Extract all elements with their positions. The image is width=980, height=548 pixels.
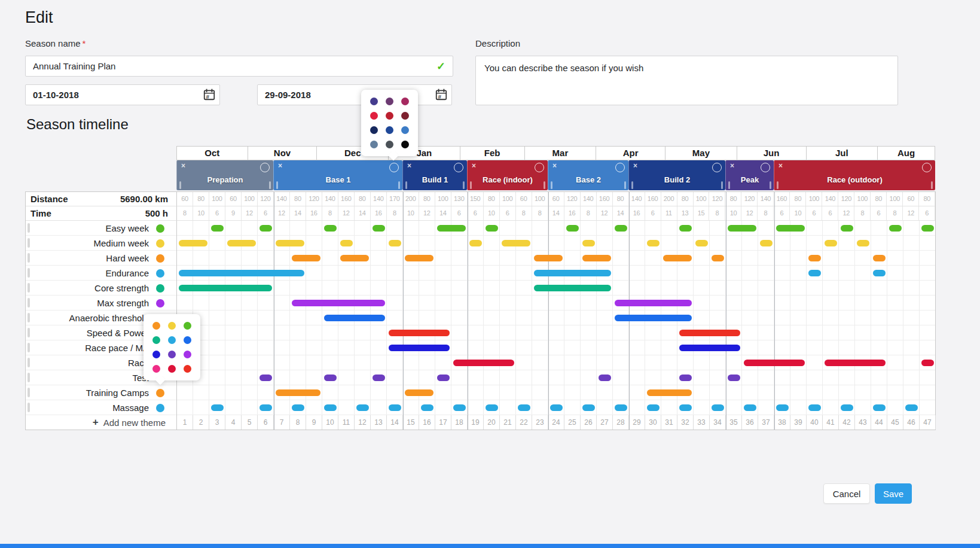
- theme-bar-pill[interactable]: [502, 240, 530, 246]
- theme-bar-pill[interactable]: [744, 404, 756, 411]
- phase-resize-handle[interactable]: [631, 181, 633, 189]
- theme-bar-pill[interactable]: [921, 360, 934, 366]
- color-swatch[interactable]: [184, 365, 191, 373]
- theme-bar-pill[interactable]: [647, 389, 692, 396]
- color-swatch[interactable]: [370, 112, 378, 120]
- theme-drag-handle[interactable]: [28, 313, 30, 322]
- theme-bar-pill[interactable]: [566, 225, 579, 232]
- theme-bar-pill[interactable]: [292, 404, 304, 411]
- theme-bar-pill[interactable]: [615, 300, 692, 306]
- theme-bar-pill[interactable]: [615, 404, 627, 411]
- theme-bar-pill[interactable]: [259, 375, 272, 381]
- save-button[interactable]: Save: [875, 483, 912, 504]
- theme-bar-pill[interactable]: [437, 225, 466, 232]
- color-swatch[interactable]: [370, 98, 378, 105]
- color-swatch[interactable]: [401, 126, 409, 134]
- theme-bar-pill[interactable]: [437, 375, 450, 381]
- theme-bar-pill[interactable]: [647, 240, 660, 246]
- theme-bar-pill[interactable]: [825, 240, 837, 246]
- phase-color-circle-icon[interactable]: [260, 163, 270, 172]
- add-new-theme-button[interactable]: +Add new theme: [26, 415, 177, 430]
- theme-bar-pill[interactable]: [695, 240, 708, 246]
- theme-bar-pill[interactable]: [679, 404, 692, 411]
- phase-close-icon[interactable]: ×: [633, 162, 637, 170]
- theme-drag-handle[interactable]: [28, 328, 30, 337]
- theme-bar-pill[interactable]: [582, 240, 595, 246]
- phase-close-icon[interactable]: ×: [407, 162, 411, 170]
- theme-bar-pill[interactable]: [808, 404, 821, 411]
- color-swatch[interactable]: [184, 351, 191, 358]
- theme-bar-pill[interactable]: [340, 255, 369, 261]
- theme-bar-pill[interactable]: [292, 300, 385, 306]
- theme-bar-pill[interactable]: [760, 240, 773, 246]
- theme-bar-pill[interactable]: [469, 240, 482, 246]
- color-swatch[interactable]: [152, 351, 160, 358]
- theme-bar-pill[interactable]: [259, 225, 272, 232]
- color-swatch[interactable]: [184, 322, 191, 330]
- phase-resize-handle[interactable]: [544, 181, 545, 189]
- color-swatch[interactable]: [152, 365, 160, 373]
- phase-resize-handle[interactable]: [931, 181, 933, 189]
- theme-bar-pill[interactable]: [663, 255, 692, 261]
- theme-color-dot[interactable]: [156, 389, 164, 397]
- phase-bar[interactable]: ×Race (indoor): [467, 160, 548, 190]
- phase-resize-handle[interactable]: [551, 181, 552, 189]
- theme-bar-pill[interactable]: [405, 389, 433, 396]
- color-swatch[interactable]: [168, 365, 176, 373]
- theme-bar-pill[interactable]: [211, 225, 224, 232]
- theme-color-dot[interactable]: [156, 299, 164, 308]
- phase-close-icon[interactable]: ×: [181, 162, 185, 170]
- theme-bar-pill[interactable]: [259, 404, 272, 411]
- theme-bar-pill[interactable]: [615, 225, 627, 232]
- phase-resize-handle[interactable]: [405, 181, 407, 189]
- phase-close-icon[interactable]: ×: [730, 162, 734, 170]
- theme-bar-pill[interactable]: [776, 404, 789, 411]
- theme-bar-pill[interactable]: [599, 375, 611, 381]
- start-date-input[interactable]: [25, 84, 220, 105]
- theme-bar-pill[interactable]: [679, 345, 740, 351]
- theme-bar-pill[interactable]: [179, 285, 272, 291]
- color-swatch[interactable]: [370, 126, 378, 134]
- phase-bar[interactable]: ×Race (outdoor): [774, 160, 935, 190]
- phase-resize-handle[interactable]: [463, 181, 465, 189]
- theme-bar-pill[interactable]: [550, 404, 563, 411]
- theme-drag-handle[interactable]: [28, 298, 30, 308]
- theme-color-dot[interactable]: [156, 404, 164, 412]
- phase-resize-handle[interactable]: [728, 181, 730, 189]
- theme-bar-pill[interactable]: [582, 404, 595, 411]
- theme-bar-pill[interactable]: [647, 404, 660, 411]
- theme-bar-pill[interactable]: [679, 375, 692, 381]
- theme-bar-pill[interactable]: [889, 225, 902, 232]
- phase-close-icon[interactable]: ×: [278, 162, 282, 170]
- phase-resize-handle[interactable]: [624, 181, 626, 189]
- cancel-button[interactable]: Cancel: [823, 483, 870, 504]
- theme-bar-pill[interactable]: [276, 389, 320, 396]
- theme-bar-pill[interactable]: [776, 225, 805, 232]
- phase-color-circle-icon[interactable]: [922, 163, 932, 172]
- theme-bar-pill[interactable]: [728, 225, 756, 232]
- theme-bar-pill[interactable]: [453, 360, 514, 366]
- phase-resize-handle[interactable]: [470, 181, 472, 189]
- theme-drag-handle[interactable]: [28, 223, 30, 233]
- phase-color-circle-icon[interactable]: [712, 163, 722, 172]
- color-swatch[interactable]: [386, 126, 393, 134]
- theme-drag-handle[interactable]: [28, 343, 30, 352]
- phase-color-circle-icon[interactable]: [761, 163, 770, 172]
- season-name-input[interactable]: [25, 56, 453, 77]
- theme-bar-pill[interactable]: [534, 255, 563, 261]
- theme-bar-pill[interactable]: [808, 270, 821, 276]
- color-swatch[interactable]: [168, 351, 176, 358]
- theme-bar-pill[interactable]: [356, 404, 369, 411]
- theme-bar-pill[interactable]: [373, 375, 385, 381]
- theme-drag-handle[interactable]: [28, 268, 30, 278]
- theme-bar-pill[interactable]: [486, 225, 498, 232]
- theme-color-dot[interactable]: [156, 239, 164, 248]
- theme-bar-pill[interactable]: [324, 315, 385, 321]
- phase-bar[interactable]: ×Base 2: [548, 160, 628, 190]
- phase-resize-handle[interactable]: [721, 181, 723, 189]
- phase-close-icon[interactable]: ×: [552, 162, 557, 170]
- theme-bar-pill[interactable]: [373, 225, 385, 232]
- theme-bar-pill[interactable]: [534, 285, 611, 291]
- theme-bar-pill[interactable]: [712, 255, 724, 261]
- phase-bar[interactable]: ×Base 1: [273, 160, 402, 190]
